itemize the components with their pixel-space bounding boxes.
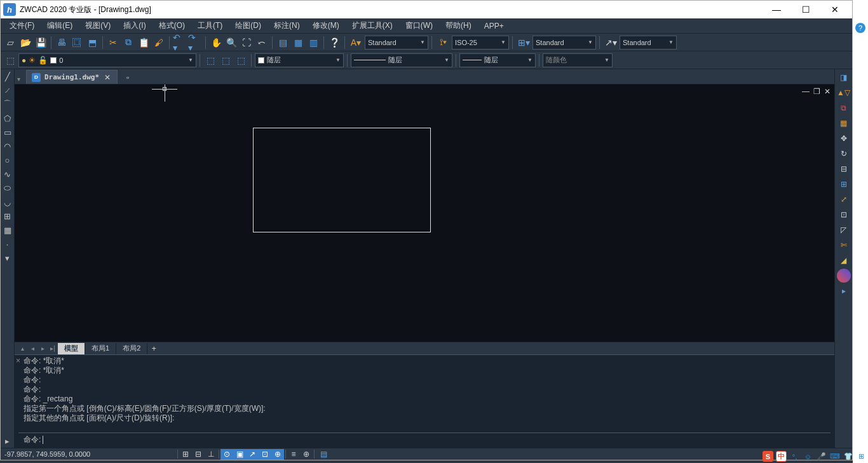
document-tab[interactable]: D Drawing1.dwg* ✕: [26, 70, 118, 84]
layout-tab-add[interactable]: +: [147, 344, 160, 353]
paste-icon[interactable]: 📋: [137, 36, 151, 50]
copy-icon[interactable]: ⧉: [121, 36, 135, 50]
layer-combo[interactable]: ● ☀ 🔓 0 ▼: [18, 53, 196, 67]
table-style-combo[interactable]: Standard▼: [532, 36, 596, 50]
new-icon[interactable]: ▱: [3, 36, 17, 50]
pan-icon[interactable]: ✋: [209, 36, 223, 50]
polyline-icon[interactable]: ⟋: [2, 84, 13, 96]
tab-close-icon[interactable]: ✕: [103, 73, 112, 82]
trim-icon[interactable]: ⊟: [837, 162, 851, 176]
sogou-ime-icon[interactable]: S: [763, 451, 773, 462]
toolpalette-icon[interactable]: ▥: [306, 36, 320, 50]
redo-icon[interactable]: ↷ ▾: [188, 36, 202, 50]
doc-close-icon[interactable]: ✕: [824, 87, 831, 96]
layout-tab-model[interactable]: 模型: [58, 343, 85, 354]
publish-icon[interactable]: ⬒: [85, 36, 99, 50]
layer-prev-icon[interactable]: ⬚: [203, 53, 217, 67]
window-close-button[interactable]: ✕: [820, 1, 850, 18]
point-icon[interactable]: ·: [2, 238, 13, 250]
scale-icon[interactable]: ⤢: [837, 192, 851, 206]
ime-punct-icon[interactable]: °,: [789, 451, 800, 462]
extend-icon[interactable]: ⊞: [837, 177, 851, 191]
dccenter-icon[interactable]: ▦: [291, 36, 305, 50]
rectangle-icon[interactable]: ▭: [2, 126, 13, 138]
cut-icon[interactable]: ✂: [106, 36, 120, 50]
menu-tools[interactable]: 工具(T): [191, 19, 229, 33]
ime-skin-icon[interactable]: 👕: [843, 451, 853, 462]
circle-icon[interactable]: ○: [2, 154, 13, 166]
arc-icon[interactable]: ⌒: [2, 98, 13, 110]
doc-minimize-icon[interactable]: —: [802, 87, 810, 96]
lwt-toggle[interactable]: ⊡: [259, 449, 271, 460]
plotstyle-combo[interactable]: 随颜色 ▼: [543, 53, 613, 67]
model-toggle[interactable]: ▤: [316, 449, 331, 460]
menu-window[interactable]: 窗口(W): [399, 19, 439, 33]
layout-tab-2[interactable]: 布局2: [116, 343, 147, 354]
linetype-combo[interactable]: 随层 ▼: [351, 53, 452, 67]
menu-app[interactable]: APP+: [478, 19, 510, 33]
fillet-icon[interactable]: ◢: [837, 253, 851, 267]
tab-nav-prev-icon[interactable]: ◂: [27, 343, 37, 354]
menu-express[interactable]: 扩展工具(X): [346, 19, 399, 33]
window-minimize-button[interactable]: —: [762, 1, 791, 18]
ortho-toggle[interactable]: ⊥: [205, 449, 217, 460]
coordinates-readout[interactable]: -97.9857, 749.5959, 0.0000: [4, 450, 176, 458]
menu-help[interactable]: 帮助(H): [439, 19, 478, 33]
open-icon[interactable]: 📂: [18, 36, 32, 50]
zoom-realtime-icon[interactable]: 🔍: [224, 36, 238, 50]
drawing-canvas[interactable]: — ❐ ✕: [15, 84, 834, 342]
ime-emoji-icon[interactable]: ☺: [803, 451, 813, 462]
more-modify-icon[interactable]: ▸: [837, 284, 851, 298]
ime-keyboard-icon[interactable]: ⌨: [829, 451, 840, 462]
menu-insert[interactable]: 插入(I): [117, 19, 152, 33]
help-icon[interactable]: ❔: [327, 36, 341, 50]
mleader-style-icon[interactable]: ↗▾: [603, 36, 618, 50]
table-style-icon[interactable]: ⊞▾: [516, 36, 531, 50]
otrack-toggle[interactable]: ↗: [246, 449, 259, 460]
menu-dimension[interactable]: 标注(N): [268, 19, 306, 33]
osnap-toggle[interactable]: ▣: [233, 449, 246, 460]
help-bubble-icon[interactable]: ?: [855, 23, 865, 33]
command-history[interactable]: 命令: *取消* 命令: *取消* 命令: 命令: 命令: _rectang 指…: [18, 356, 831, 433]
layout-tab-1[interactable]: 布局1: [85, 343, 116, 354]
copy-icon[interactable]: ⧉: [837, 101, 851, 115]
ime-mic-icon[interactable]: 🎤: [816, 451, 827, 462]
menu-file[interactable]: 文件(F): [3, 19, 41, 33]
line-icon[interactable]: ╱: [2, 70, 13, 82]
ime-settings-icon[interactable]: ⊞: [856, 451, 867, 462]
undo-icon[interactable]: ↶ ▾: [173, 36, 187, 50]
ellipse-icon[interactable]: ⬭: [2, 182, 13, 194]
block-icon[interactable]: ⊞: [2, 210, 13, 222]
tab-nav-first-icon[interactable]: ▴: [17, 343, 27, 354]
mirror-icon[interactable]: ▲▽: [837, 86, 851, 100]
zoom-window-icon[interactable]: ⛶: [240, 36, 254, 50]
break-icon[interactable]: ⊡: [837, 208, 851, 222]
ime-chinese-icon[interactable]: 中: [776, 451, 787, 462]
menu-modify[interactable]: 修改(M): [306, 19, 346, 33]
dim-style-icon[interactable]: ⟟▾: [435, 36, 451, 50]
text-style-combo[interactable]: Standard▼: [365, 36, 428, 50]
spline-icon[interactable]: ∿: [2, 168, 13, 180]
command-input-row[interactable]: 命令:: [18, 433, 831, 446]
layer-off-icon[interactable]: ⬚: [234, 53, 248, 67]
lineweight-combo[interactable]: 随层 ▼: [459, 53, 536, 67]
doc-restore-icon[interactable]: ❐: [813, 87, 820, 96]
save-icon[interactable]: 💾: [34, 36, 48, 50]
polar-toggle[interactable]: ⊙: [220, 449, 233, 460]
new-tab-button[interactable]: ▫: [119, 71, 137, 84]
dyn-toggle[interactable]: ⊕: [271, 449, 284, 460]
menu-format[interactable]: 格式(O): [153, 19, 191, 33]
color-combo[interactable]: 随层 ▼: [255, 53, 344, 67]
properties-icon[interactable]: ▤: [276, 36, 290, 50]
hatch-icon[interactable]: ▦: [2, 224, 13, 236]
window-maximize-button[interactable]: ☐: [791, 1, 820, 18]
move-icon[interactable]: ✥: [837, 131, 851, 145]
grid-toggle[interactable]: ⊟: [192, 449, 205, 460]
array-icon[interactable]: ▦: [837, 116, 851, 130]
snap-toggle[interactable]: ⊞: [179, 449, 192, 460]
mleader-style-combo[interactable]: Standard▼: [620, 36, 677, 50]
matchprop-icon[interactable]: 🖌: [152, 36, 166, 50]
cycle-toggle[interactable]: ⊕: [300, 449, 313, 460]
preview-icon[interactable]: ⿴: [70, 36, 84, 50]
menu-view[interactable]: 视图(V): [79, 19, 117, 33]
